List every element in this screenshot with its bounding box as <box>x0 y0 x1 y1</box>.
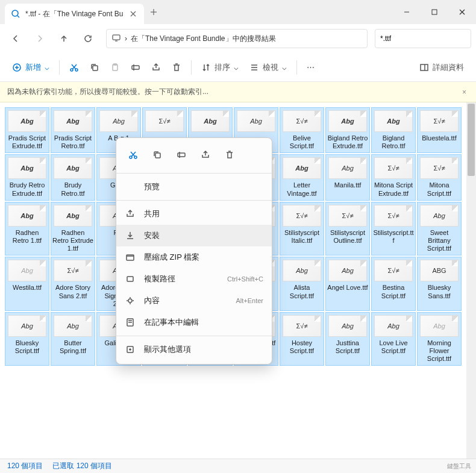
file-label: Morning Flower Script.ttf <box>419 339 460 363</box>
ctx-notepad[interactable]: 在記事本中編輯 <box>116 312 272 333</box>
file-item[interactable]: AbgWestila.ttf <box>5 257 49 311</box>
file-label: Brudy Retro.ttf <box>52 181 93 197</box>
close-window-button[interactable] <box>448 0 476 24</box>
file-thumbnail: Σ√≠ <box>328 205 367 227</box>
new-button[interactable]: 新增 ⌵ <box>7 58 54 77</box>
minimize-button[interactable] <box>393 0 421 24</box>
file-label: Justtina Script.ttf <box>327 339 368 355</box>
status-total: 120 個項目 <box>7 461 43 471</box>
file-item[interactable]: AbgSweet Brittany Script.ttf <box>417 202 462 256</box>
file-item[interactable]: Σ√≠Stilistyscript.ttf <box>371 202 416 256</box>
file-item[interactable]: Σ√≠Mitona Script Extrude.ttf <box>371 154 416 200</box>
file-item[interactable]: Σ√≠Belive Script.ttf <box>280 107 324 153</box>
ctx-copy-button[interactable] <box>146 144 168 166</box>
ctx-more-options[interactable]: 顯示其他選項 <box>116 339 272 360</box>
file-item[interactable]: AbgLetter Vintage.ttf <box>280 154 324 200</box>
file-item[interactable]: Σ√≠Stilistyscript Italic.ttf <box>280 202 324 256</box>
paste-button[interactable] <box>105 58 125 77</box>
file-item[interactable]: Σ√≠Mitona Script.ttf <box>417 154 462 200</box>
share-button[interactable] <box>146 58 166 77</box>
file-label: Mitona Script.ttf <box>419 181 460 197</box>
file-item[interactable]: AbgBigland Retro.ttf <box>371 107 416 153</box>
tab-current[interactable]: *.ttf - 在「The Vintage Font Bu <box>5 4 144 24</box>
cut-button[interactable] <box>64 58 84 77</box>
up-button[interactable] <box>53 28 75 49</box>
ctx-cut-button[interactable] <box>122 144 144 166</box>
file-item[interactable]: AbgLove Live Script.ttf <box>371 312 416 366</box>
file-thumbnail: Σ√≠ <box>283 315 321 337</box>
ctx-zip[interactable]: 壓縮成 ZIP 檔案 <box>116 246 272 268</box>
breadcrumb[interactable]: › 在「The Vintage Font Bundle」中的搜尋結果 <box>106 29 368 48</box>
ctx-rename-button[interactable] <box>171 144 192 166</box>
view-label: 檢視 <box>263 62 278 73</box>
sort-button[interactable]: 排序 ⌵ <box>196 58 243 77</box>
file-label: Stilistyscript.ttf <box>373 229 414 245</box>
file-label: Mitona Script Extrude.ttf <box>373 181 414 197</box>
file-item[interactable]: Σ√≠Adore Story Sans 2.ttf <box>51 257 95 311</box>
svg-point-38 <box>128 299 132 302</box>
file-label: Bluesky Sans.ttf <box>419 284 460 299</box>
file-item[interactable]: AbgBluesky Script.ttf <box>5 312 49 366</box>
file-item[interactable]: AbgMorning Flower Script.ttf <box>417 312 462 366</box>
file-label: Stilistyscript Outline.ttf <box>327 229 368 245</box>
file-thumbnail: Abg <box>420 205 459 227</box>
titlebar: *.ttf - 在「The Vintage Font Bu <box>0 0 476 24</box>
refresh-button[interactable] <box>77 28 99 49</box>
view-button[interactable]: 檢視 ⌵ <box>245 58 292 77</box>
svg-rect-10 <box>113 35 120 40</box>
rename-button[interactable] <box>126 58 145 77</box>
file-item[interactable]: AbgBrudy Retro Extrude.ttf <box>5 154 49 200</box>
file-thumbnail: Abg <box>374 315 413 337</box>
scrollbar-thumb[interactable] <box>468 104 475 176</box>
file-item[interactable]: ABGBluesky Sans.ttf <box>417 257 462 311</box>
chevron-right-icon: › <box>125 34 127 43</box>
file-item[interactable]: Σ√≠Hostey Script.ttf <box>280 312 324 366</box>
delete-button[interactable] <box>167 58 186 77</box>
search-input[interactable] <box>375 29 471 48</box>
ctx-properties[interactable]: 內容 Alt+Enter <box>116 290 272 312</box>
file-thumbnail: ABG <box>420 260 459 281</box>
scrollbar[interactable] <box>466 102 476 459</box>
file-item[interactable]: Σ√≠Bestina Script.ttf <box>371 257 416 311</box>
infobar-close-button[interactable]: × <box>460 88 469 96</box>
maximize-button[interactable] <box>421 0 448 24</box>
file-label: Westila.ttf <box>13 284 42 292</box>
more-button[interactable]: ⋯ <box>302 58 319 77</box>
file-label: Letter Vintage.ttf <box>281 181 322 197</box>
file-thumbnail: Abg <box>328 157 367 179</box>
file-item[interactable]: AbgRadhen Retro Extrude 1.ttf <box>51 202 95 256</box>
file-item[interactable]: AbgPradis Script Retro.ttf <box>51 107 95 153</box>
file-item[interactable]: AbgAlista Script.ttf <box>280 257 324 311</box>
copy-button[interactable] <box>85 58 104 77</box>
svg-rect-27 <box>421 64 428 70</box>
file-item[interactable]: AbgAngel Love.ttf <box>325 257 370 311</box>
file-thumbnail: Abg <box>54 205 92 227</box>
notepad-icon <box>125 317 136 328</box>
ctx-delete-button[interactable] <box>219 144 240 166</box>
ctx-copy-path[interactable]: 複製路徑 Ctrl+Shift+C <box>116 268 272 290</box>
file-item[interactable]: AbgPradis Script Extrude.ttf <box>5 107 49 153</box>
file-item[interactable]: AbgManila.ttf <box>325 154 370 200</box>
file-item[interactable]: Σ√≠Bluestela.ttf <box>417 107 462 153</box>
status-selected: 已選取 120 個項目 <box>52 461 112 471</box>
details-pane-button[interactable]: 詳細資料 <box>415 58 469 77</box>
file-item[interactable]: AbgBigland Retro Extrude.ttf <box>325 107 370 153</box>
file-item[interactable]: AbgJusttina Script.ttf <box>325 312 370 366</box>
chevron-down-icon: ⌵ <box>45 63 49 72</box>
ctx-share-button[interactable] <box>195 144 216 166</box>
file-label: Alista Script.ttf <box>281 284 322 299</box>
new-tab-button[interactable] <box>144 2 163 22</box>
back-button[interactable] <box>5 28 27 49</box>
file-item[interactable]: AbgButter Spring.ttf <box>51 312 95 366</box>
ctx-install[interactable]: 安裝 <box>116 225 272 246</box>
file-item[interactable]: AbgBrudy Retro.ttf <box>51 154 95 200</box>
file-item[interactable]: Σ√≠Stilistyscript Outline.ttf <box>325 202 370 256</box>
file-thumbnail: Σ√≠ <box>420 157 459 179</box>
forward-button[interactable] <box>29 28 51 49</box>
file-item[interactable]: AbgRadhen Retro 1.ttf <box>5 202 49 256</box>
toolbar: 新增 ⌵ 排序 ⌵ 檢視 ⌵ ⋯ 詳細資料 <box>0 53 476 82</box>
tab-close-button[interactable] <box>128 9 138 19</box>
info-bar[interactable]: 因為未執行索引功能，所以搜尋可能較慢。按一下可啟動索引... × <box>0 82 476 102</box>
ctx-share-item[interactable]: 共用 <box>116 203 272 225</box>
ctx-preview[interactable]: 預覽 <box>116 176 272 198</box>
